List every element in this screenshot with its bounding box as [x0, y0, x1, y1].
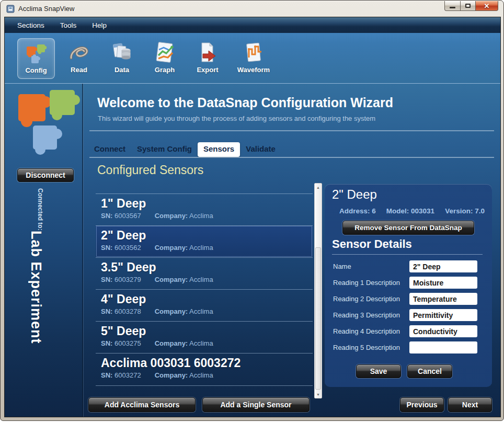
add-acclima-sensors-label: Add Acclima Sensors: [105, 401, 179, 409]
tab-system-config[interactable]: System Config: [131, 142, 198, 157]
toolbar-data-label: Data: [114, 66, 129, 74]
sensor-name: Acclima 003031 6003272: [101, 356, 307, 371]
reading4-field[interactable]: [409, 325, 477, 337]
field-row-reading4: Reading 4 Description: [333, 323, 485, 339]
configured-sensors-heading: Configured Sensors: [97, 163, 203, 177]
sensor-subtitle: SN: 6003562Company: Acclima: [101, 244, 307, 252]
reading5-field[interactable]: [409, 341, 477, 353]
sensor-subtitle: SN: 6003279Company: Acclima: [101, 276, 307, 283]
next-button[interactable]: Next: [448, 397, 492, 412]
page-title: Welcome to the DataSnap Configuration Wi…: [97, 95, 393, 110]
reading2-field-label: Reading 2 Description: [333, 295, 409, 303]
window-title: Acclima SnapView: [18, 5, 74, 13]
field-row-reading5: Reading 5 Description: [333, 339, 485, 356]
toolbar: Config Read Data: [5, 33, 500, 84]
puzzle-icon: [25, 42, 48, 65]
toolbar-read-button[interactable]: Read: [60, 38, 98, 79]
maximize-button[interactable]: [461, 1, 476, 11]
tab-connect[interactable]: Connect: [88, 142, 131, 157]
menu-bar: Sections Tools Help: [5, 17, 500, 33]
toolbar-export-label: Export: [197, 66, 218, 74]
add-acclima-sensors-button[interactable]: Add Acclima Sensors: [88, 397, 196, 412]
toolbar-data-button[interactable]: Data: [103, 38, 141, 79]
sensor-list-item[interactable]: 3.5" Deep SN: 6003279Company: Acclima: [96, 257, 313, 289]
close-button[interactable]: ✕: [476, 1, 498, 11]
client-area: Sections Tools Help Config: [4, 17, 501, 417]
save-button[interactable]: Save: [356, 364, 401, 378]
toolbar-waveform-label: Waveform: [237, 66, 270, 74]
menu-sections[interactable]: Sections: [17, 21, 44, 29]
sensor-subtitle: SN: 6003567Company: Acclima: [101, 212, 307, 220]
sensor-name: 4" Deep: [101, 292, 307, 307]
export-icon: [196, 41, 219, 64]
database-icon: [110, 41, 133, 64]
field-row-reading1: Reading 1 Description: [333, 275, 485, 291]
field-row-reading2: Reading 2 Description: [333, 291, 485, 307]
sensor-list-item[interactable]: 1" Deep SN: 6003567Company: Acclima: [96, 193, 313, 225]
remove-sensor-button[interactable]: Remove Sensor From DataSnap: [342, 221, 474, 235]
minimize-icon: [450, 7, 455, 8]
sensor-list-item[interactable]: 4" Deep SN: 6003278Company: Acclima: [96, 289, 313, 321]
add-single-sensor-button[interactable]: Add a Single Sensor: [202, 397, 310, 412]
reading1-field-label: Reading 1 Description: [333, 279, 409, 287]
sensor-list-item[interactable]: 5" Deep SN: 6003275Company: Acclima: [96, 321, 313, 353]
sensor-meta: Address: 6 Model: 003031 Version: 7.0: [339, 207, 485, 215]
name-field[interactable]: [409, 260, 477, 272]
sensor-address: Address: 6: [339, 207, 376, 215]
previous-button[interactable]: Previous: [400, 397, 444, 412]
sensor-subtitle: SN: 6003275Company: Acclima: [101, 339, 307, 347]
wizard-tabs: Connect System Config Sensors Validate: [88, 142, 281, 157]
scroll-up-icon[interactable]: ▲: [315, 184, 322, 191]
toolbar-graph-button[interactable]: Graph: [146, 38, 184, 79]
sensor-list-scrollbar[interactable]: ▲ ▼: [314, 183, 322, 398]
connection-status: Connected to: Lab Experiment: [28, 186, 44, 414]
sensor-detail-panel: 2" Deep Address: 6 Model: 003031 Version…: [325, 184, 492, 387]
sensor-list-item-selected[interactable]: 2" Deep SN: 6003562Company: Acclima: [96, 225, 313, 257]
sensor-name: 1" Deep: [101, 196, 307, 211]
close-icon: ✕: [484, 3, 490, 9]
toolbar-config-button[interactable]: Config: [17, 38, 55, 79]
sensor-details-rule: [332, 254, 483, 255]
connected-to-label: Connected to:: [28, 188, 44, 231]
toolbar-graph-label: Graph: [155, 66, 175, 74]
title-bar[interactable]: Acclima SnapView ✕: [1, 1, 503, 17]
previous-label: Previous: [406, 401, 437, 409]
sidebar: Disconnect Connected to: Lab Experiment: [5, 84, 82, 417]
sensor-name: 3.5" Deep: [101, 260, 307, 275]
reading3-field[interactable]: [409, 309, 477, 321]
scrollbar-thumb[interactable]: [315, 247, 321, 390]
toolbar-waveform-button[interactable]: Waveform: [232, 38, 276, 79]
tab-validate[interactable]: Validate: [240, 142, 281, 157]
sensor-name: 2" Deep: [101, 228, 307, 243]
menu-help[interactable]: Help: [92, 21, 107, 29]
disconnect-button[interactable]: Disconnect: [17, 168, 74, 182]
tab-sensors[interactable]: Sensors: [198, 142, 240, 157]
menu-tools[interactable]: Tools: [60, 21, 77, 29]
cancel-button[interactable]: Cancel: [407, 364, 452, 378]
sensor-list: 1" Deep SN: 6003567Company: Acclima 2" D…: [96, 186, 313, 396]
chart-icon: [153, 41, 176, 64]
waveform-icon: [242, 41, 265, 64]
sensor-version: Version: 7.0: [445, 207, 485, 215]
field-row-name: Name: [333, 258, 485, 275]
app-window: Acclima SnapView ✕ Sections Tools Help: [0, 0, 504, 421]
sensor-list-item[interactable]: Acclima 003031 6003272 SN: 6003272Compan…: [96, 353, 313, 386]
next-label: Next: [462, 401, 478, 409]
scroll-down-icon[interactable]: ▼: [315, 391, 322, 398]
reading5-field-label: Reading 5 Description: [333, 344, 409, 351]
main-panel: Welcome to the DataSnap Configuration Wi…: [83, 84, 501, 417]
minimize-button[interactable]: [444, 1, 461, 11]
puzzle-logo: [9, 88, 81, 177]
app-icon: [6, 5, 15, 13]
cancel-label: Cancel: [418, 367, 442, 375]
remove-sensor-label: Remove Sensor From DataSnap: [354, 224, 462, 232]
sensor-details-heading: Sensor Details: [332, 237, 412, 251]
tab-strip-line: [89, 157, 494, 158]
save-label: Save: [370, 367, 387, 375]
add-single-sensor-label: Add a Single Sensor: [220, 401, 291, 409]
reading1-field[interactable]: [409, 277, 477, 289]
reading2-field[interactable]: [409, 293, 477, 305]
maximize-icon: [465, 4, 471, 8]
toolbar-export-button[interactable]: Export: [189, 38, 226, 79]
toolbar-config-label: Config: [25, 66, 47, 74]
